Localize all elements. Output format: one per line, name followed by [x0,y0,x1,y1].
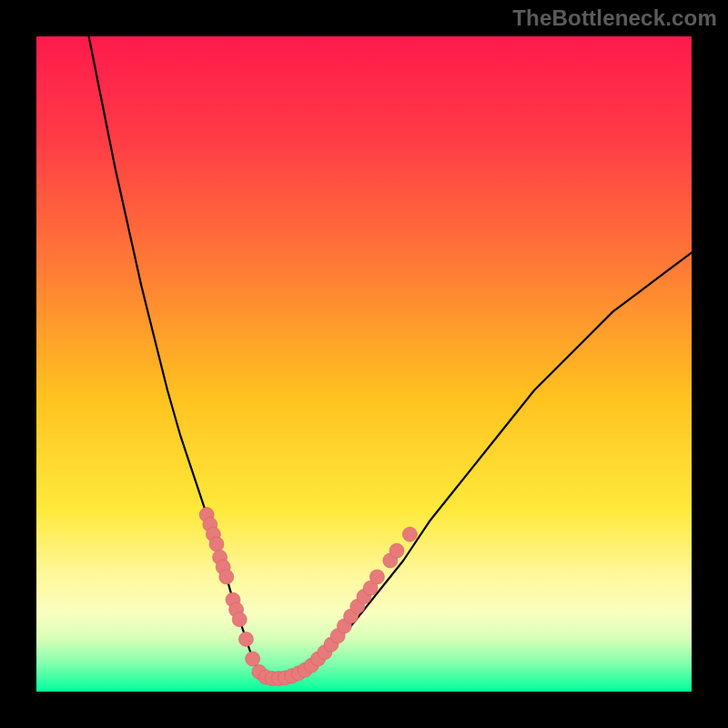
data-marker [219,570,234,584]
chart-svg [36,36,692,692]
attribution-text: TheBottleneck.com [512,5,717,31]
data-marker [369,570,384,584]
plot-area [36,36,692,692]
data-marker [402,527,417,541]
data-marker [238,632,253,646]
chart-frame: TheBottleneck.com [0,0,728,728]
data-marker [232,612,247,627]
data-marker [246,652,260,666]
data-marker [209,537,224,551]
data-marker [389,543,404,558]
